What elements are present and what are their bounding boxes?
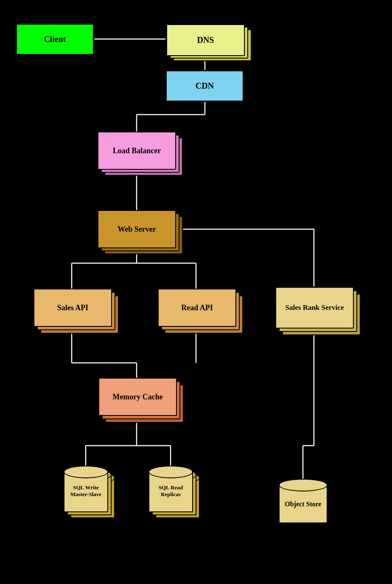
salesapi-label: Sales API <box>34 289 112 327</box>
salesrank-node: Sales Rank Service <box>273 285 366 335</box>
sqlread-node: SQL Read Replicas <box>148 465 203 526</box>
objectstore-label: Object Store <box>279 488 328 520</box>
memorycache-label: Memory Cache <box>98 378 177 416</box>
webserver-label: Web Server <box>98 210 176 248</box>
webserver-node: Web Server <box>97 209 188 255</box>
dns-node: DNS <box>165 23 255 64</box>
sqlread-label: SQL Read Replicas <box>148 474 193 508</box>
readapi-node: Read API <box>156 288 247 334</box>
salesapi-node: Sales API <box>32 288 123 334</box>
cdn-node: CDN <box>165 70 244 102</box>
dns-label: DNS <box>166 24 245 56</box>
client-label: Client <box>16 23 94 55</box>
memorycache-node: Memory Cache <box>97 377 188 423</box>
cdn-label: CDN <box>165 70 244 102</box>
sqlwrite-node: SQL Write Master-Slave <box>63 465 118 526</box>
salesrank-label: Sales Rank Service <box>275 287 354 328</box>
sqlwrite-label: SQL Write Master-Slave <box>64 474 108 508</box>
diagram: Client DNS CDN Load Balancer Web Server … <box>0 0 392 584</box>
loadbalancer-label: Load Balancer <box>98 132 176 170</box>
objectstore-node: Object Store <box>279 479 328 528</box>
client-node: Client <box>16 23 94 55</box>
readapi-label: Read API <box>158 289 236 327</box>
loadbalancer-node: Load Balancer <box>97 131 188 177</box>
